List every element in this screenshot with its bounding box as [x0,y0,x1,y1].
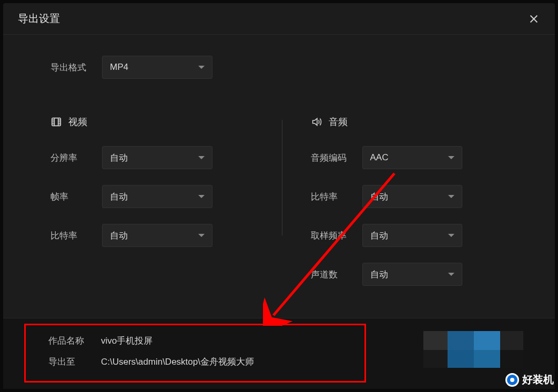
video-section-head: 视频 [50,116,263,128]
audio-column: 音频 音频编码 AAC 比特率 自动 取样 [263,116,524,302]
chevron-down-icon [448,156,454,159]
audio-bitrate-row: 比特率 自动 [311,185,524,208]
video-bitrate-label: 比特率 [50,230,87,242]
export-settings-dialog: 导出设置 导出格式 MP4 视频 [3,3,555,389]
watermark-text: 好装机 [522,373,554,387]
audio-codec-value: AAC [370,152,389,163]
speaker-icon [311,116,322,128]
framerate-row: 帧率 自动 [50,185,263,208]
chevron-down-icon [198,156,205,159]
samplerate-row: 取样频率 自动 [311,224,524,247]
audio-section-head: 音频 [311,116,524,128]
video-bitrate-value: 自动 [110,230,128,242]
close-button[interactable] [525,11,542,27]
channels-label: 声道数 [311,269,348,281]
chevron-down-icon [198,234,205,237]
framerate-value: 自动 [110,191,128,203]
audio-codec-label: 音频编码 [311,152,348,164]
watermark: 好装机 [505,373,554,387]
video-column: 视频 分辨率 自动 帧率 自动 比特率 [50,116,263,302]
dialog-body: 导出格式 MP4 视频 分辨率 自动 [3,35,555,318]
dialog-title: 导出设置 [18,12,60,26]
audio-bitrate-value: 自动 [370,191,388,203]
channels-value: 自动 [370,269,388,281]
audio-bitrate-label: 比特率 [311,191,348,203]
export-format-select[interactable]: MP4 [102,56,212,79]
channels-row: 声道数 自动 [311,263,524,286]
framerate-select[interactable]: 自动 [102,185,212,208]
framerate-label: 帧率 [50,191,87,203]
channels-select[interactable]: 自动 [362,263,462,286]
audio-codec-row: 音频编码 AAC [311,146,524,169]
samplerate-select[interactable]: 自动 [362,224,462,247]
chevron-down-icon [198,195,205,198]
dialog-footer: 作品名称 vivo手机投屏 导出至 C:\Users\admin\Desktop… [3,318,555,389]
export-format-value: MP4 [110,62,128,73]
video-bitrate-row: 比特率 自动 [50,224,263,247]
close-icon [528,13,540,25]
resolution-select[interactable]: 自动 [102,146,212,169]
settings-columns: 视频 分辨率 自动 帧率 自动 比特率 [50,116,523,302]
chevron-down-icon [448,273,454,276]
export-path-label: 导出至 [48,356,101,368]
chevron-down-icon [198,66,205,69]
obscured-button-area [423,331,523,368]
video-bitrate-select[interactable]: 自动 [102,224,212,247]
watermark-logo-icon [505,373,519,387]
resolution-value: 自动 [110,152,128,164]
audio-bitrate-select[interactable]: 自动 [362,185,462,208]
dialog-header: 导出设置 [3,3,555,35]
samplerate-label: 取样频率 [311,230,348,242]
chevron-down-icon [448,195,454,198]
resolution-label: 分辨率 [50,152,87,164]
chevron-down-icon [448,234,454,237]
video-heading: 视频 [68,116,87,128]
audio-codec-select[interactable]: AAC [362,146,462,169]
audio-heading: 音频 [329,116,348,128]
export-format-label: 导出格式 [50,61,87,74]
samplerate-value: 自动 [370,230,388,242]
project-name-label: 作品名称 [48,335,101,347]
export-format-row: 导出格式 MP4 [50,56,523,79]
film-icon [50,116,62,128]
resolution-row: 分辨率 自动 [50,146,263,169]
column-divider [282,120,282,235]
